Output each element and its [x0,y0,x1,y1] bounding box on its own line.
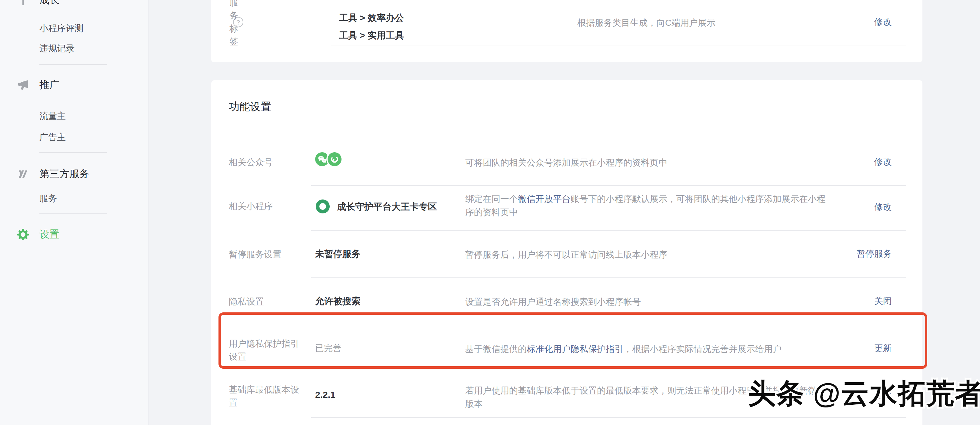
growth-icon [17,0,29,5]
service-tag-label-text: 服务标签 [229,0,243,48]
service-tag-card: 服务标签 ? 工具 > 效率办公 工具 > 实用工具 根据服务类目生成，向C端用… [211,0,923,62]
service-tag-value-1: 工具 > 效率办公 [339,12,404,24]
related-official-accounts-avatars [315,152,342,166]
sidebar-item-promotion[interactable]: 推广 [17,78,59,92]
official-account-avatar-icon [328,152,342,166]
row-divider [311,323,906,323]
megaphone-icon [17,79,29,91]
sidebar: 成长 小程序评测 违规记录 推广 流量主 广告主 [0,0,148,425]
service-tag-row-label: 服务标签 ? [229,17,243,27]
highlight-annotation-box [218,312,927,369]
sidebar-divider [40,213,107,214]
description-text: 绑定在同一个 [465,194,518,204]
sidebar-item-label: 推广 [40,78,59,92]
service-tag-value-2: 工具 > 实用工具 [339,29,404,42]
pause-service-label: 暂停服务设置 [229,248,305,261]
privacy-settings-close-link[interactable]: 关闭 [874,295,892,307]
gear-icon [17,228,29,241]
pause-service-link[interactable]: 暂停服务 [857,248,892,260]
description-text: ，根据小程序实际情况完善并展示给用户 [623,344,781,354]
related-official-accounts-description: 可将团队的相关公众号添加展示在小程序的资料页中 [465,156,827,169]
privacy-guide-update-link[interactable]: 更新 [874,343,892,354]
privacy-settings-label: 隐私设置 [229,295,305,308]
row-divider [311,185,906,186]
row-divider [311,366,906,367]
wechat-miniprogram-settings-page: 成长 小程序评测 违规记录 推广 流量主 广告主 [0,0,980,425]
pause-service-description: 暂停服务后，用户将不可以正常访问线上版本小程序 [465,248,827,261]
feature-settings-title: 功能设置 [229,100,271,114]
sidebar-item-label: 成长 [40,0,59,7]
wechat-open-platform-link[interactable]: 微信开放平台 [518,194,571,204]
related-mini-programs-modify-link[interactable]: 修改 [874,201,892,213]
sidebar-item-advertiser[interactable]: 广告主 [40,132,66,143]
sidebar-item-third-party-services[interactable]: 第三方服务 [17,167,89,181]
description-text: 基于微信提供的 [465,344,527,354]
sidebar-item-settings[interactable]: 设置 [17,228,59,241]
related-mini-programs-description: 绑定在同一个微信开放平台账号下的小程序默认展示，可将团队的其他小程序添加展示在小… [465,192,827,219]
sidebar-item-violation-records[interactable]: 违规记录 [40,43,75,55]
row-divider [311,230,906,231]
sidebar-item-label: 设置 [40,228,59,241]
privacy-settings-description: 设置是否允许用户通过名称搜索到小程序帐号 [465,295,827,308]
sidebar-item-miniprogram-review[interactable]: 小程序评测 [40,22,83,35]
service-tag-description: 根据服务类目生成，向C端用户展示 [577,16,716,29]
related-official-accounts-label: 相关公众号 [229,156,305,169]
related-mini-program-name: 成长守护平台大王卡专区 [337,201,437,213]
row-divider [311,277,906,278]
base-library-label: 基础库最低版本设置 [229,383,305,409]
mini-program-avatar-icon [316,200,330,213]
wechat-official-account-avatar-icon [315,152,329,166]
related-official-accounts-modify-link[interactable]: 修改 [874,156,892,168]
sidebar-item-service[interactable]: 服务 [40,192,57,205]
row-divider [331,45,906,45]
privacy-guide-value: 已完善 [315,343,461,354]
service-tag-modify-link[interactable]: 修改 [874,16,892,28]
sidebar-item-label: 第三方服务 [40,167,89,181]
pause-service-value: 未暂停服务 [315,248,461,260]
base-library-value: 2.2.1 [315,390,461,400]
privacy-guide-label: 用户隐私保护指引设置 [229,337,305,363]
sidebar-item-growth[interactable]: 成长 [17,0,59,7]
toutiao-watermark: 头条 @云水拓荒者 [748,375,980,412]
privacy-settings-value: 允许被搜索 [315,295,461,308]
related-mini-programs-label: 相关小程序 [229,200,305,213]
standard-privacy-guide-link[interactable]: 标准化用户隐私保护指引 [527,344,623,354]
sidebar-divider [40,152,107,153]
third-party-icon [17,168,29,180]
sidebar-item-traffic-master[interactable]: 流量主 [40,110,66,122]
privacy-guide-description: 基于微信提供的标准化用户隐私保护指引，根据小程序实际情况完善并展示给用户 [465,343,827,356]
feature-settings-card: 功能设置 相关公众号 [211,80,923,425]
sidebar-divider [40,64,107,65]
row-divider [311,417,906,418]
